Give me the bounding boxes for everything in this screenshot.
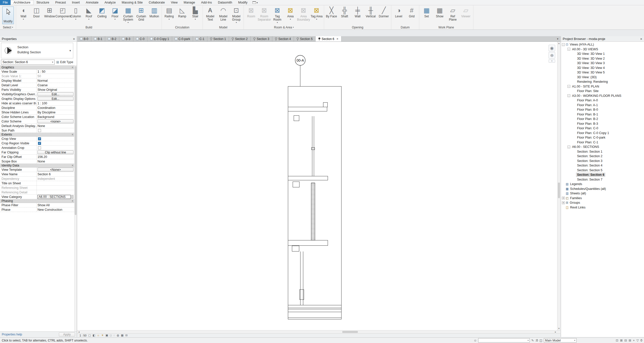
edit-type-button[interactable]: ⊞ Edit Type — [56, 60, 73, 64]
tree-expander-icon[interactable] — [562, 201, 565, 204]
view-scale-control[interactable]: 1 : 50 — [80, 334, 87, 337]
tree-expander-icon[interactable] — [567, 85, 570, 88]
tab-list-button[interactable]: ▼ — [555, 36, 560, 41]
steering-wheel-icon[interactable]: ◉ — [549, 45, 555, 51]
menu-tab-massing-site[interactable]: Massing & Site — [119, 0, 146, 5]
navigation-bar-expand[interactable]: ▾ — [549, 59, 555, 63]
view-tab[interactable]: C-1 × — [193, 36, 207, 41]
tree-item[interactable]: 3D View: 3D View 4 — [561, 66, 644, 70]
menu-tab-structure[interactable]: Structure — [33, 0, 52, 5]
show-work-plane-tool[interactable]: Show ▾ — [433, 6, 446, 18]
collapse-section-icon[interactable]: « — [71, 67, 74, 68]
shaft-tool[interactable]: Shaft ▾ — [338, 6, 351, 18]
door-tool[interactable]: Door ▾ — [30, 6, 43, 18]
property-value-button[interactable]: <None> — [37, 168, 73, 172]
apply-button[interactable]: Apply — [59, 332, 75, 336]
property-row[interactable]: Graphics « — [0, 66, 74, 69]
scrollbar-thumb[interactable] — [558, 183, 560, 198]
view-tab[interactable]: C-0-park × — [172, 36, 193, 41]
collapse-section-icon[interactable]: « — [71, 134, 74, 135]
tree-item[interactable]: Section: Section 6 — [561, 173, 644, 177]
property-row[interactable]: Detail Level Coarse Coarse Coarse « — [0, 83, 74, 88]
view-tab[interactable]: Section 3 × — [251, 36, 272, 41]
tree-item[interactable]: Rendering: Rendering — [561, 79, 644, 84]
tree-expander-icon[interactable] — [562, 197, 565, 199]
ceiling-tool[interactable]: Ceiling ▾ — [95, 6, 108, 18]
property-row[interactable]: Far Clip Offset 156.20 156.20 156.20 « — [0, 155, 74, 159]
property-row[interactable]: Scale Value 1: 50 50 50 « — [0, 74, 74, 78]
property-row[interactable]: View Template <None> <None> <None> « — [0, 167, 74, 172]
tree-item[interactable]: Schedules/Quantities (all) — [561, 187, 644, 191]
menu-tab-view[interactable]: View — [168, 0, 181, 5]
property-row[interactable]: Show Hidden Lines By Discipline By Disci… — [0, 110, 74, 115]
model-group-tool[interactable]: Model Group ▾ — [230, 6, 243, 24]
zoom-icon[interactable]: ⊕ — [549, 52, 555, 59]
tree-item[interactable]: A3.00 - WORKING FLOOR PLANS — [561, 94, 644, 98]
view-tab[interactable]: B-1 × — [91, 36, 105, 41]
curtain-system-tool[interactable]: Curtain System ▾ — [122, 6, 135, 24]
select-toggle-5-icon[interactable]: + — [633, 339, 635, 342]
scrollbar-thumb[interactable] — [342, 331, 358, 333]
reveal-hidden-icon[interactable]: ◍ — [117, 334, 119, 337]
viewer-tool[interactable]: Viewer ▾ — [459, 6, 472, 18]
view-tab[interactable]: C-0 Copy 1 × — [147, 36, 172, 41]
tree-item[interactable]: A0.00 - 3D VIEWS — [561, 47, 644, 52]
model-text-tool[interactable]: Model Text ▾ — [204, 6, 217, 21]
tree-item[interactable]: Section: Section 2 — [561, 154, 644, 159]
tree-item[interactable]: 3D View: 3D View 5 — [561, 70, 644, 75]
tree-item[interactable]: Legends — [561, 182, 644, 187]
detail-level-icon[interactable]: ▢ — [88, 334, 91, 337]
menu-tab-collaborate[interactable]: Collaborate — [146, 0, 168, 5]
tree-item[interactable]: Section: Section 3 — [561, 159, 644, 163]
tag-room-tool[interactable]: Tag Room ▾ — [271, 6, 284, 24]
property-row[interactable]: Display Model Normal Normal Normal « — [0, 78, 74, 83]
tree-item[interactable]: Floor Plan: C-0 — [561, 126, 644, 131]
property-row[interactable]: Default Analysis Display... None None No… — [0, 124, 74, 128]
column-tool[interactable]: Column ▾ — [69, 6, 82, 20]
checkbox[interactable] — [38, 129, 41, 132]
dormer-tool[interactable]: Dormer ▾ — [377, 6, 390, 18]
vertical-opening-tool[interactable]: Vertical ▾ — [364, 6, 377, 18]
window-tool[interactable]: Window ▾ — [43, 6, 56, 18]
view-tab[interactable]: B-0 × — [77, 36, 91, 41]
property-row[interactable]: Identity Data « — [0, 164, 74, 167]
menu-tab-manage[interactable]: Manage — [181, 0, 198, 5]
shadows-icon[interactable]: ☀ — [101, 334, 104, 337]
select-toggle-3-icon[interactable]: ⊟ — [624, 339, 627, 342]
tree-item[interactable]: Floor Plan: A-1 — [561, 103, 644, 108]
view-tab[interactable]: Section 5 × — [294, 36, 316, 41]
tree-item[interactable]: Section: Section 5 — [561, 168, 644, 173]
view-tab[interactable]: C-0 × — [133, 36, 147, 41]
set-work-plane-tool[interactable]: Set ▾ — [420, 6, 433, 18]
tree-item[interactable]: Floor Plan: B-1 — [561, 112, 644, 117]
select-toggle-1-icon[interactable]: ⊡ — [616, 339, 618, 342]
property-row[interactable]: Visibility/Graphics Overr... Edit... Edi… — [0, 92, 74, 97]
property-row[interactable]: Title on Sheet « — [0, 181, 74, 186]
menu-tab-precast[interactable]: Precast — [52, 0, 69, 5]
property-row[interactable]: Dependency Independent Independent Indep… — [0, 177, 74, 181]
room-separator-tool[interactable]: Room Separator ▾ — [258, 6, 271, 21]
menu-tab-modify[interactable]: Modify — [235, 0, 250, 5]
horizontal-scrollbar[interactable]: ◄ ► — [77, 330, 560, 333]
property-value-button[interactable]: Edit... — [37, 97, 73, 101]
ribbon-group-label-room-area[interactable]: Room & Area▾ — [244, 25, 324, 29]
temporary-hide-icon[interactable]: ◌ — [113, 334, 115, 337]
property-row[interactable]: Sun Path « — [0, 128, 74, 133]
tree-item[interactable]: Floor Plan: C-0 Copy 1 — [561, 131, 644, 136]
checkbox[interactable] — [38, 142, 41, 145]
design-option-select[interactable]: Main Model ▾ — [544, 338, 577, 342]
tree-item[interactable]: Floor Plan: A-0 — [561, 98, 644, 103]
tree-item[interactable]: Groups — [561, 200, 644, 205]
room-tool[interactable]: Room ▾ — [245, 6, 258, 18]
component-tool[interactable]: Component ▾ — [56, 6, 69, 20]
property-row[interactable]: Annotation Crop « — [0, 146, 74, 150]
crop-region-icon[interactable]: □ — [110, 334, 112, 337]
tree-item[interactable]: Floor Plan: B-2 — [561, 117, 644, 121]
show-crop-icon[interactable]: ▣ — [105, 334, 108, 337]
property-row[interactable]: Parts Visibility Show Original Show Orig… — [0, 88, 74, 92]
area-tool[interactable]: Area ▾ — [284, 6, 297, 20]
collapse-section-icon[interactable]: « — [71, 165, 74, 166]
property-row[interactable]: Scope Box None None None « — [0, 159, 74, 164]
stair-tool[interactable]: Stair ▾ — [189, 6, 202, 20]
tree-expander-icon[interactable] — [567, 146, 570, 148]
